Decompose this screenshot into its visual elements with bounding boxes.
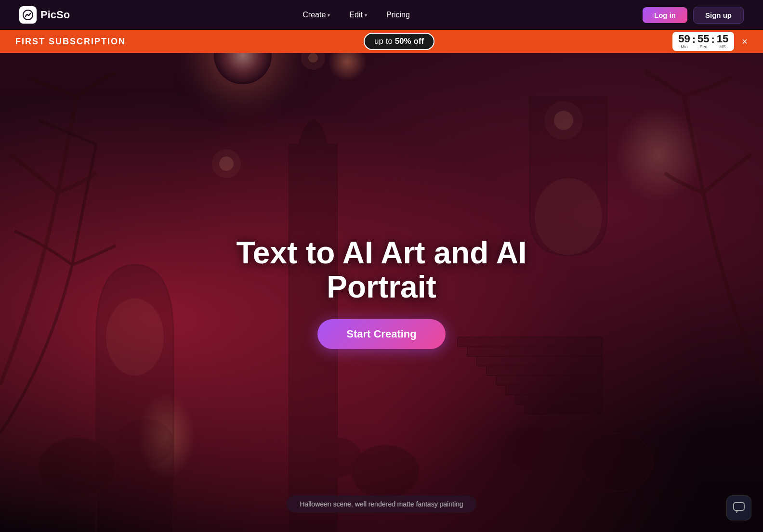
logo[interactable]: PicSo — [19, 6, 70, 24]
svg-point-15 — [503, 426, 556, 469]
svg-rect-6 — [496, 376, 602, 385]
nav-item-create[interactable]: Create ▾ — [295, 7, 338, 23]
promo-timer: 59 Min : 55 Sec : 15 MS — [672, 32, 734, 51]
nav-links: Create ▾ Edit ▾ Pricing — [295, 7, 418, 23]
svg-rect-4 — [477, 356, 602, 366]
chevron-down-icon: ▾ — [365, 13, 367, 18]
promo-text: FIRST SUBSCRIPTION — [15, 37, 126, 47]
login-button[interactable]: Log in — [643, 7, 687, 23]
svg-point-1 — [106, 298, 164, 376]
svg-point-12 — [39, 438, 116, 496]
hero-title: Text to AI Art and AI Portrait — [189, 236, 574, 304]
promo-badge-prefix: up to — [374, 37, 395, 46]
svg-point-11 — [116, 419, 173, 467]
timer-ms: 15 MS — [717, 34, 728, 49]
svg-rect-23 — [734, 503, 744, 510]
promo-close-button[interactable]: × — [742, 36, 748, 47]
svg-rect-5 — [487, 366, 602, 376]
chevron-down-icon: ▾ — [328, 13, 330, 18]
hero-section: Text to AI Art and AI Portrait Start Cre… — [0, 0, 763, 532]
svg-point-16 — [580, 433, 653, 491]
svg-rect-9 — [525, 404, 602, 414]
logo-icon — [19, 6, 37, 24]
timer-colon-2: : — [711, 34, 714, 45]
nav-buttons: Log in Sign up — [643, 7, 744, 24]
signup-button[interactable]: Sign up — [693, 7, 744, 24]
promo-badge: up to 50% off — [364, 33, 434, 50]
timer-colon-1: : — [692, 34, 696, 45]
svg-point-22 — [544, 101, 583, 140]
promo-banner: FIRST SUBSCRIPTION up to 50% off 59 Min … — [0, 30, 763, 53]
logo-text: PicSo — [40, 9, 70, 21]
navbar: PicSo Create ▾ Edit ▾ Pricing Log in Sig… — [0, 0, 763, 30]
promo-badge-value: 50% off — [395, 37, 424, 46]
hero-content: Text to AI Art and AI Portrait Start Cre… — [189, 236, 574, 349]
start-creating-button[interactable]: Start Creating — [317, 319, 445, 349]
timer-seconds: 55 Sec — [697, 34, 709, 49]
chat-icon[interactable] — [726, 495, 751, 520]
timer-minutes: 59 Min — [678, 34, 690, 49]
svg-rect-7 — [506, 385, 602, 395]
svg-rect-8 — [515, 395, 602, 404]
nav-item-edit[interactable]: Edit ▾ — [342, 7, 375, 23]
nav-item-pricing[interactable]: Pricing — [379, 7, 418, 23]
svg-point-18 — [212, 149, 241, 178]
hero-caption: Halloween scene, well rendered matte fan… — [286, 495, 476, 513]
svg-point-14 — [352, 445, 419, 498]
